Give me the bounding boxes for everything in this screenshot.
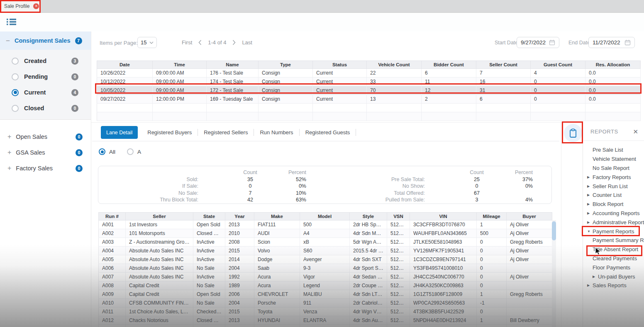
report-item-factory-reports[interactable]: ▶Factory Reports — [583, 172, 644, 182]
column-header-vehicle-count[interactable]: Vehicle Count — [367, 61, 422, 69]
report-item-administrative-reports[interactable]: ▶Administrative Reports — [583, 218, 644, 227]
column-header-time[interactable]: Time — [153, 61, 207, 69]
chevron-right-icon[interactable] — [232, 40, 236, 45]
scrollbar-thumb[interactable] — [552, 221, 556, 240]
report-item-accounting-reports[interactable]: ▶Accounting Reports — [583, 209, 644, 218]
sale-row[interactable]: 10/05/202209:00:00 AM172 - Test SaleCons… — [97, 86, 641, 95]
column-header-vin[interactable]: VIN — [410, 213, 477, 220]
tab-close-icon[interactable]: ✕ — [33, 3, 39, 9]
column-header-name[interactable]: Name — [207, 61, 259, 69]
sidebar-item-factory-sales[interactable]: +Factory Sales0 — [0, 160, 91, 176]
vehicle-row[interactable]: A005Absolute Auto Sales INCInActive2014D… — [99, 255, 552, 264]
report-item-no-sale-report[interactable]: No Sale Report — [583, 164, 644, 173]
pagination-first[interactable]: First — [182, 39, 192, 46]
chevron-collapsed-icon[interactable]: ▶ — [593, 275, 598, 279]
vehicle-row[interactable]: A008Capital CreditNo Sale1989AcuraLegend… — [99, 281, 552, 290]
items-per-page-select[interactable]: 15 — [137, 37, 157, 48]
chevron-collapsed-icon[interactable]: ▶ — [587, 220, 593, 224]
reports-clipboard-button[interactable] — [564, 124, 582, 142]
column-header-seller[interactable]: Seller — [126, 213, 193, 220]
report-item-pre-sale-list[interactable]: Pre Sale List — [583, 145, 644, 155]
chevron-expanded-icon[interactable]: ▼ — [587, 230, 593, 233]
tab-registered-sellers[interactable]: Registered Sellers — [198, 129, 254, 136]
sidebar-item-consignment-sales[interactable]: − Consignment Sales 7 — [0, 31, 91, 50]
report-item-payment-reports[interactable]: ▼Payment Reports — [583, 227, 644, 236]
chevron-collapsed-icon[interactable]: ▶ — [587, 211, 593, 215]
column-header-state[interactable]: State — [193, 213, 225, 220]
report-item-vehicle-statement[interactable]: Vehicle Statement — [583, 155, 644, 164]
radio-icon[interactable] — [12, 73, 19, 80]
vehicle-row[interactable]: A007Absolute Auto Sales INCInActive1992A… — [99, 273, 552, 281]
column-header-guest-count[interactable]: Guest Count — [531, 61, 585, 69]
column-header-year[interactable]: Year — [225, 213, 254, 220]
report-item-seller-run-list[interactable]: ▶Seller Run List — [583, 182, 644, 191]
collapse-minus-icon[interactable]: − — [6, 37, 10, 44]
column-header-vsn[interactable]: VSN — [387, 213, 410, 220]
sidebar-item-current[interactable]: Current4 — [0, 85, 91, 100]
column-header-buyer[interactable]: Buyer — [507, 213, 552, 220]
sidebar-item-created[interactable]: Created3 — [0, 53, 91, 69]
column-header-mileage[interactable]: Mileage — [477, 213, 507, 220]
calendar-icon[interactable] — [624, 39, 631, 46]
column-header-status[interactable]: Status — [313, 61, 367, 69]
chevron-left-icon[interactable] — [198, 40, 202, 45]
tab-run-numbers[interactable]: Run Numbers — [254, 129, 299, 136]
column-header-seller-count[interactable]: Seller Count — [476, 61, 531, 69]
start-date-input[interactable]: 9/27/2022 — [517, 37, 559, 48]
radio-icon[interactable] — [12, 89, 19, 96]
column-header-date[interactable]: Date — [97, 61, 153, 69]
sidebar-item-open-sales[interactable]: +Open Sales0 — [0, 129, 91, 145]
vehicle-row[interactable]: A003Z - Auctionstreaming Group LLCInActi… — [99, 238, 552, 247]
menu-list-icon[interactable] — [7, 18, 17, 26]
report-item-floor-payments[interactable]: Floor Payments — [583, 263, 644, 272]
report-item-cleared-payments[interactable]: Cleared Payments — [583, 254, 644, 263]
report-item-un-paid-buyers[interactable]: ▶Un-paid Buyers — [583, 272, 644, 281]
column-header-style[interactable]: Style — [350, 213, 387, 220]
chevron-collapsed-icon[interactable]: ▶ — [587, 193, 593, 197]
close-icon[interactable]: ✕ — [633, 128, 638, 135]
sale-row[interactable]: 09/27/202212:00:00 PM169 - Tuesday SaleC… — [97, 95, 641, 104]
radio-icon[interactable] — [12, 105, 19, 112]
radio-icon[interactable] — [12, 58, 19, 65]
report-item-title-absent-report[interactable]: Title Absent Report — [583, 245, 644, 254]
vehicle-row[interactable]: A012Chacks NotoriousClosed Sold2013HYUND… — [99, 316, 552, 325]
report-item-sales-reports[interactable]: ▶Sales Reports — [583, 281, 644, 290]
sidebar-item-pending[interactable]: Pending0 — [0, 69, 91, 85]
sidebar-item-closed[interactable]: Closed0 — [0, 100, 91, 116]
vehicle-row[interactable]: A006Absolute Auto Sales INCNo Sale2004Sa… — [99, 264, 552, 273]
column-header-bidder-count[interactable]: Bidder Count — [422, 61, 476, 69]
sale-row[interactable]: 10/12/202209:00:00 AM174 - Test SaleCons… — [97, 78, 641, 86]
vehicle-row[interactable]: A0133 Rivers FCUChecked In2008AudiRS 44d… — [99, 325, 552, 327]
column-header-res-allocation[interactable]: Res. Allocation — [585, 61, 641, 69]
radio-icon[interactable] — [99, 148, 105, 155]
expand-plus-icon[interactable]: + — [7, 133, 11, 140]
chevron-collapsed-icon[interactable]: ▶ — [587, 202, 593, 206]
report-item-block-report[interactable]: ▶Block Report — [583, 200, 644, 209]
tab-sale-profile[interactable]: Sale Profile ✕ — [0, 0, 40, 12]
expand-plus-icon[interactable]: + — [7, 149, 11, 156]
lane-radio-a[interactable]: A — [127, 148, 141, 155]
calendar-icon[interactable] — [549, 39, 555, 46]
vehicle-row[interactable]: A009Capital CreditOpen Sold2006CHEVROLET… — [99, 290, 552, 299]
lane-radio-all[interactable]: All — [99, 148, 115, 155]
tab-registered-guests[interactable]: Registered Guests — [300, 129, 356, 136]
vehicle-row[interactable]: A002101 MotorsportsClosed Sold2010AUDIA4… — [99, 229, 552, 238]
sale-row[interactable]: 10/26/202209:00:00 AM176 - Test SaleCons… — [97, 69, 641, 78]
end-date-input[interactable]: 11/27/2022 — [588, 37, 635, 48]
vehicle-row[interactable]: A0111st Choice Auto Sales, LLCChecked In… — [99, 308, 552, 316]
chevron-collapsed-icon[interactable]: ▶ — [587, 175, 593, 179]
vehicle-row[interactable]: A0011st InvestorsOpen Sold2013FIAT111500… — [99, 220, 552, 229]
column-header-run[interactable]: Run # — [99, 213, 126, 220]
vehicle-row[interactable]: A004Absolute Auto Sales INCInActive2015V… — [99, 247, 552, 255]
report-item-payment-summary-report[interactable]: Payment Summary Report — [583, 236, 644, 245]
report-item-counter-list[interactable]: ▶Counter List — [583, 191, 644, 200]
pagination-last[interactable]: Last — [242, 39, 252, 46]
tab-lane-detail[interactable]: Lane Detail — [101, 126, 138, 139]
expand-plus-icon[interactable]: + — [7, 165, 11, 172]
vehicle-row[interactable]: A010CFSB COMMUNITY FINANCIAL ...No Sale2… — [99, 299, 552, 308]
chevron-collapsed-icon[interactable]: ▶ — [587, 283, 593, 287]
radio-icon[interactable] — [127, 148, 134, 155]
column-header-make[interactable]: Make — [254, 213, 300, 220]
tab-registered-buyers[interactable]: Registered Buyers — [141, 129, 198, 136]
column-header-type[interactable]: Type — [259, 61, 313, 69]
